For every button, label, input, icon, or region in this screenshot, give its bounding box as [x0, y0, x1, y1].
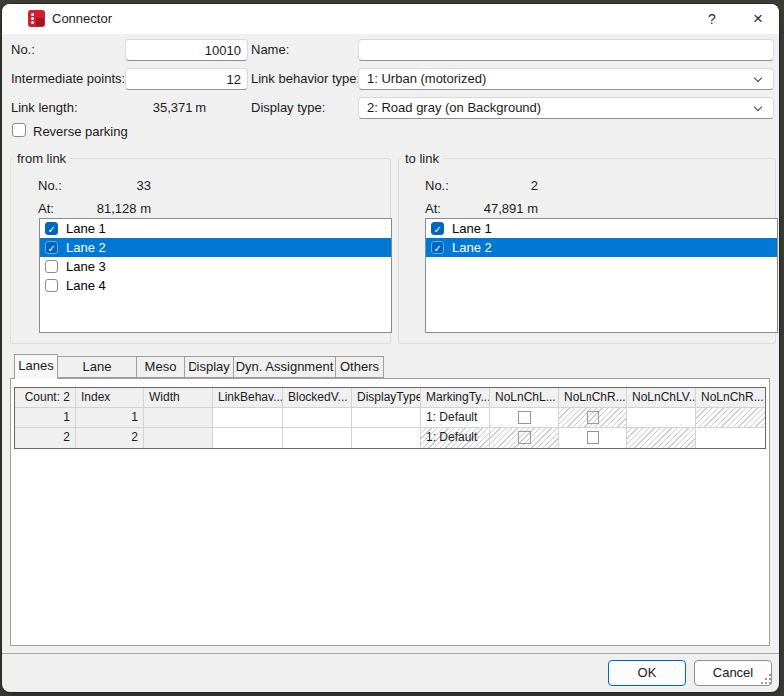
lane-checkbox[interactable]	[45, 260, 58, 273]
from-link-at-label: At:	[38, 201, 54, 217]
link-length-value: 35,371 m	[125, 100, 206, 116]
lane-list-item[interactable]: Lane 2	[40, 238, 391, 257]
grid-cell: 2	[15, 428, 76, 448]
grid-header-cell[interactable]: Count: 2	[15, 388, 76, 408]
grid-header-cell[interactable]: BlockedV...	[283, 388, 352, 408]
lane-list-item[interactable]: Lane 3	[40, 257, 391, 276]
chevron-down-icon	[754, 104, 762, 112]
connector-dialog: Connector ? × No.: Name: Intermediate po…	[2, 4, 779, 692]
from-link-lane-list[interactable]: Lane 1Lane 2Lane 3Lane 4	[39, 218, 392, 333]
grid-cell[interactable]	[352, 408, 421, 428]
lane-label: Lane 2	[66, 240, 106, 255]
grid-checkbox	[587, 411, 599, 424]
link-length-label: Link length:	[11, 100, 78, 116]
lane-checkbox[interactable]	[45, 279, 58, 292]
grid-cell[interactable]	[352, 428, 421, 448]
grid-checkbox[interactable]	[518, 411, 531, 424]
lane-list-item[interactable]: Lane 1	[426, 219, 777, 238]
from-link-group-title: from link	[13, 151, 70, 166]
tab-lanes[interactable]: Lanes	[14, 354, 58, 379]
grid-checkbox	[518, 431, 531, 444]
lane-list-item[interactable]: Lane 4	[40, 276, 391, 295]
grid-cell: 1	[15, 408, 76, 428]
grid-cell[interactable]	[283, 408, 352, 428]
name-label: Name:	[251, 42, 289, 58]
grid-cell	[559, 408, 627, 428]
lanes-table: Count: 2IndexWidthLinkBehav...BlockedV..…	[14, 387, 766, 449]
grid-header-cell[interactable]: MarkingTy...	[421, 388, 490, 408]
to-link-at-value: 47,891 m	[448, 201, 538, 217]
lane-label: Lane 2	[452, 240, 492, 255]
from-link-no-label: No.:	[38, 178, 62, 194]
link-behavior-type-select[interactable]: 1: Urban (motorized)	[358, 68, 774, 90]
tab-meso[interactable]: Meso	[136, 356, 185, 378]
grid-cell[interactable]: 1: Default	[421, 408, 490, 428]
lane-checkbox[interactable]	[45, 222, 58, 235]
lane-label: Lane 3	[66, 259, 106, 274]
lane-list-item[interactable]: Lane 2	[426, 238, 777, 257]
grid-cell	[696, 408, 765, 428]
to-link-no-label: No.:	[425, 178, 449, 194]
to-link-at-label: At:	[425, 201, 441, 217]
grid-header-cell[interactable]: NoLnChL...	[490, 388, 559, 408]
display-type-label: Display type:	[251, 100, 325, 116]
grid-cell[interactable]	[213, 408, 283, 428]
display-type-value: 2: Road gray (on Background)	[367, 100, 541, 115]
lane-checkbox[interactable]	[431, 241, 444, 254]
grid-header-cell[interactable]: NoLnChR...	[696, 388, 765, 408]
tab-others[interactable]: Others	[335, 356, 384, 378]
reverse-parking-checkbox[interactable]	[12, 123, 26, 137]
name-field[interactable]	[358, 39, 774, 61]
from-link-at-value: 81,128 m	[61, 201, 151, 217]
title-bar[interactable]: Connector ? ×	[2, 4, 779, 34]
lanes-tab-panel: Count: 2IndexWidthLinkBehav...BlockedV..…	[10, 378, 770, 646]
link-behavior-type-value: 1: Urban (motorized)	[367, 71, 486, 86]
grid-cell: 1	[76, 408, 144, 428]
ok-button[interactable]: OK	[608, 660, 686, 686]
lane-label: Lane 1	[452, 221, 492, 236]
grid-cell[interactable]	[696, 428, 765, 448]
grid-cell: 1: Default	[421, 428, 490, 448]
lane-checkbox[interactable]	[431, 222, 444, 235]
no-label: No.:	[11, 42, 35, 58]
grid-cell[interactable]	[627, 408, 696, 428]
grid-header-cell[interactable]: Width	[144, 388, 213, 408]
close-button[interactable]: ×	[737, 4, 779, 34]
from-link-group: from link No.: 33 At: 81,128 m Lane 1Lan…	[10, 158, 391, 344]
lane-label: Lane 1	[66, 221, 106, 236]
table-row: 221: Default	[15, 428, 765, 448]
lane-list-item[interactable]: Lane 1	[40, 219, 391, 238]
grid-header-cell[interactable]: DisplayType	[352, 388, 421, 408]
grid-cell: 2	[76, 428, 144, 448]
tab-display[interactable]: Display	[184, 356, 234, 378]
to-link-group-title: to link	[401, 151, 443, 166]
to-link-group: to link No.: 2 At: 47,891 m Lane 1Lane 2	[398, 158, 776, 344]
grid-cell[interactable]	[559, 428, 627, 448]
tab-lane-change[interactable]: Lane Change	[57, 356, 137, 378]
vissim-app-icon	[28, 10, 45, 27]
lane-checkbox[interactable]	[45, 241, 58, 254]
to-link-no-value: 2	[448, 178, 538, 194]
display-type-select[interactable]: 2: Road gray (on Background)	[358, 97, 774, 119]
no-field[interactable]	[125, 39, 248, 61]
grid-cell[interactable]	[490, 408, 559, 428]
grid-header-cell[interactable]: Index	[76, 388, 144, 408]
grid-checkbox[interactable]	[587, 431, 599, 444]
grid-header-cell[interactable]: LinkBehav...	[213, 388, 283, 408]
grid-cell	[627, 428, 696, 448]
window-title: Connector	[52, 4, 112, 34]
tab-dyn-assignment[interactable]: Dyn. Assignment	[233, 356, 336, 378]
intermediate-points-field[interactable]	[125, 68, 248, 90]
link-behavior-type-label: Link behavior type:	[251, 71, 360, 87]
grid-header-cell[interactable]: NoLnChR...	[559, 388, 627, 408]
help-button[interactable]: ?	[691, 4, 733, 34]
table-row: 111: Default	[15, 408, 765, 428]
intermediate-points-label: Intermediate points:	[11, 71, 125, 87]
grid-header-cell[interactable]: NoLnChLV...	[627, 388, 696, 408]
from-link-no-value: 33	[61, 178, 151, 194]
footer-separator	[2, 653, 779, 654]
to-link-lane-list[interactable]: Lane 1Lane 2	[425, 218, 778, 333]
grid-cell[interactable]	[213, 428, 283, 448]
grid-cell[interactable]	[283, 428, 352, 448]
resize-grip[interactable]	[761, 674, 772, 685]
